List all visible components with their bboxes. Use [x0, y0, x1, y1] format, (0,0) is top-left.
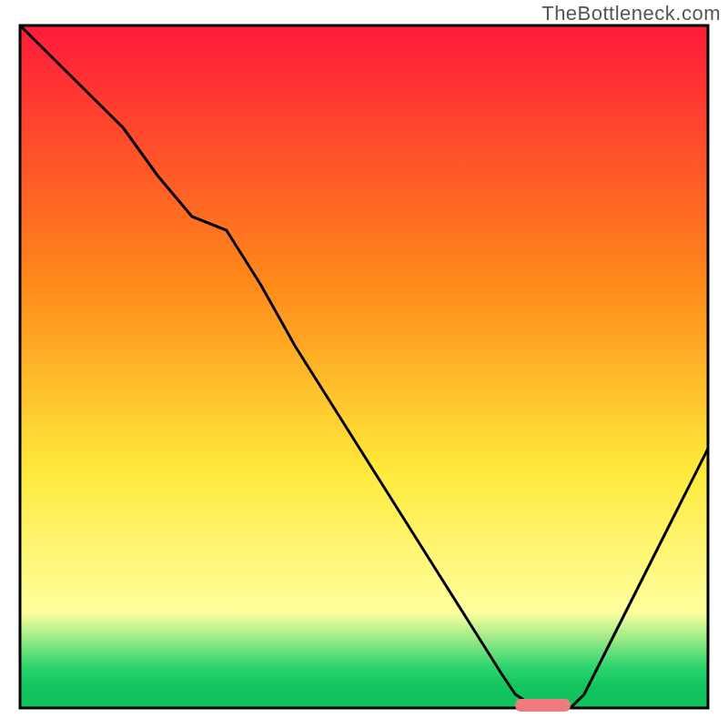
optimal-marker [515, 699, 571, 712]
watermark-text: TheBottleneck.com [541, 2, 721, 25]
chart-stage: TheBottleneck.com [0, 0, 728, 728]
bottleneck-chart [0, 0, 728, 728]
